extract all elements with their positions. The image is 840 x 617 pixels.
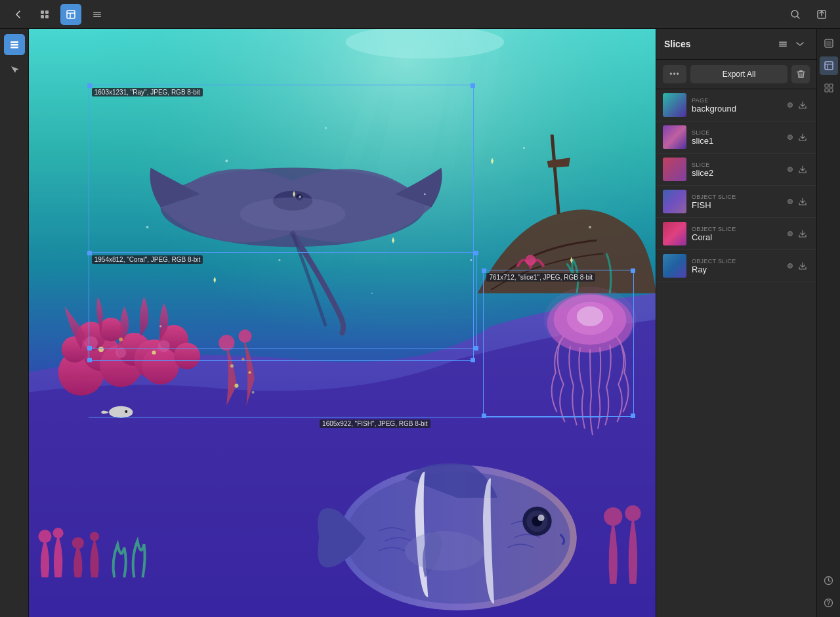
panel-menu-button[interactable] (774, 35, 791, 53)
far-slice-btn[interactable] (820, 56, 838, 75)
svg-rect-0 (41, 11, 44, 14)
fish-actions (788, 194, 810, 209)
fish-type: Object Slice (692, 194, 782, 200)
main-area: 1603x1231, "Ray", JPEG, RGB 8-bit 1954x8… (0, 29, 840, 617)
far-select-btn[interactable] (820, 79, 838, 97)
background-export-btn[interactable] (795, 98, 810, 112)
fish-name: FISH (692, 200, 782, 210)
slice-item-slice2[interactable]: Slice slice2 (656, 154, 816, 186)
artwork: 1603x1231, "Ray", JPEG, RGB 8-bit 1954x8… (29, 29, 656, 617)
svg-rect-86 (830, 84, 833, 87)
background-visibility-dot[interactable] (788, 102, 793, 108)
svg-rect-14 (10, 47, 18, 49)
panel-add-button[interactable] (791, 35, 808, 53)
svg-point-76 (371, 293, 373, 294)
svg-rect-68 (29, 29, 656, 617)
svg-rect-4 (67, 11, 75, 18)
back-button[interactable] (8, 4, 29, 25)
toolbar (0, 0, 840, 29)
slice1-export-btn[interactable] (795, 130, 810, 144)
ray-info: Object Slice Ray (692, 258, 782, 274)
svg-rect-81 (779, 46, 787, 47)
export-all-button[interactable]: Export All (690, 65, 788, 83)
ray-thumb (663, 254, 686, 278)
layers-tool[interactable] (4, 34, 25, 55)
svg-point-69 (225, 160, 228, 162)
fish-visibility-dot[interactable] (788, 199, 793, 204)
grid-button[interactable] (34, 4, 55, 25)
pointer-tool[interactable] (4, 59, 25, 80)
coral-actions (788, 226, 810, 241)
svg-rect-7 (93, 12, 101, 13)
ray-visibility-dot[interactable] (788, 263, 793, 268)
fish-thumb (663, 190, 686, 213)
background-thumb (663, 93, 686, 117)
svg-rect-80 (779, 44, 787, 45)
svg-rect-1 (45, 11, 49, 14)
slice1-name: slice1 (692, 136, 782, 146)
coral-thumb (663, 222, 686, 245)
layout-button[interactable] (60, 4, 81, 25)
svg-rect-87 (825, 89, 828, 92)
ray-type: Object Slice (692, 258, 782, 265)
far-help-btn[interactable] (820, 593, 838, 612)
more-options-button[interactable]: ••• (663, 65, 686, 83)
export-button[interactable] (811, 4, 832, 25)
ray-name: Ray (692, 265, 782, 274)
slice-item-coral[interactable]: Object Slice Coral (656, 218, 816, 250)
ray-export-btn[interactable] (795, 259, 810, 273)
far-right-panel (816, 29, 840, 617)
slice-item-fish[interactable]: Object Slice FISH (656, 186, 816, 218)
slice2-actions (788, 162, 810, 177)
fish-info: Object Slice FISH (692, 194, 782, 210)
svg-point-78 (159, 326, 161, 328)
panel-header: Slices (656, 29, 816, 60)
svg-rect-8 (93, 14, 101, 15)
svg-point-71 (424, 193, 426, 195)
svg-rect-79 (779, 42, 787, 43)
slice-item-slice1[interactable]: Slice slice1 (656, 121, 816, 154)
panel-title: Slices (664, 39, 774, 49)
slice1-type: Slice (692, 129, 782, 136)
svg-rect-13 (10, 44, 18, 46)
svg-point-91 (828, 604, 830, 605)
coral-export-btn[interactable] (795, 226, 810, 241)
far-history-btn[interactable] (820, 571, 838, 589)
delete-button[interactable] (791, 65, 810, 83)
toolbar-right (785, 4, 832, 25)
fish-export-btn[interactable] (795, 194, 810, 209)
svg-rect-12 (10, 41, 18, 43)
background-actions (788, 98, 810, 112)
svg-rect-3 (45, 15, 49, 18)
svg-rect-88 (830, 89, 833, 92)
menu-button[interactable] (87, 4, 108, 25)
slice2-thumb (663, 158, 686, 181)
slice2-export-btn[interactable] (795, 162, 810, 177)
svg-point-72 (146, 226, 148, 228)
coral-info: Object Slice Coral (692, 226, 782, 242)
canvas-area: 1603x1231, "Ray", JPEG, RGB 8-bit 1954x8… (29, 29, 656, 617)
background-info: Page background (692, 97, 782, 114)
search-button[interactable] (785, 4, 806, 25)
slice2-name: slice2 (692, 168, 782, 178)
svg-point-75 (278, 259, 280, 261)
svg-rect-9 (93, 16, 101, 17)
far-layers-btn[interactable] (820, 34, 838, 53)
slice1-visibility-dot[interactable] (788, 135, 793, 140)
slice1-thumb (663, 125, 686, 149)
slice-item-ray[interactable]: Object Slice Ray (656, 250, 816, 282)
coral-visibility-dot[interactable] (788, 231, 793, 236)
slice-list: Page background (656, 89, 816, 617)
slice1-info: Slice slice1 (692, 129, 782, 146)
background-type: Page (692, 97, 782, 104)
slice2-visibility-dot[interactable] (788, 167, 793, 172)
slice2-info: Slice slice2 (692, 161, 782, 178)
slice2-type: Slice (692, 161, 782, 168)
svg-point-77 (470, 259, 472, 261)
svg-rect-2 (41, 15, 44, 18)
left-sidebar (0, 29, 29, 617)
coral-name: Coral (692, 232, 782, 242)
slice-item-background[interactable]: Page background (656, 89, 816, 121)
ray-actions (788, 259, 810, 273)
svg-rect-84 (825, 62, 833, 70)
